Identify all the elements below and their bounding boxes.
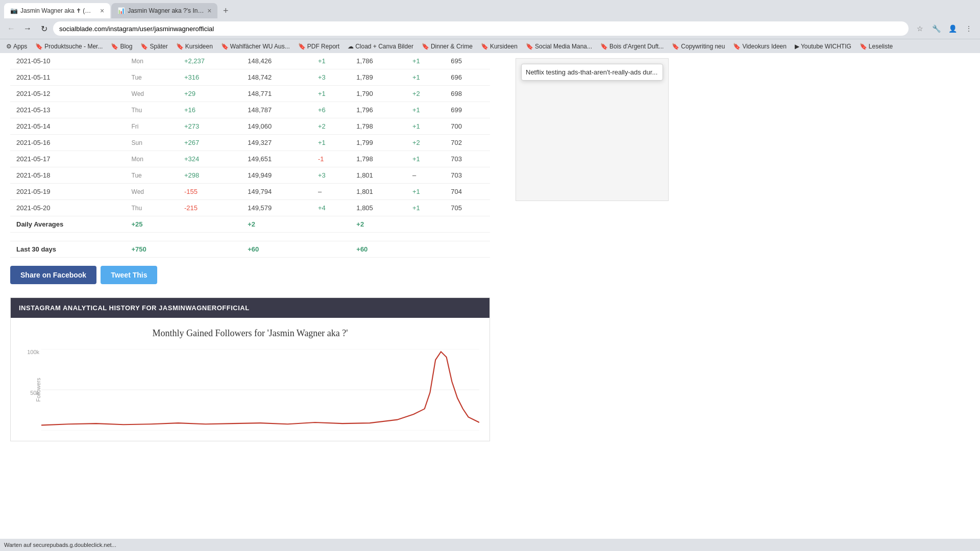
date-cell: 2021-05-12: [10, 86, 126, 102]
bookmark-star-icon[interactable]: ☆: [913, 21, 927, 36]
forward-button[interactable]: →: [20, 21, 35, 36]
tab-2[interactable]: 📊 Jasmin Wagner aka ?'s Instagra... ×: [111, 3, 217, 18]
status-text: Warten auf securepubads.g.doubleclick.ne…: [4, 542, 116, 548]
tab-close-2[interactable]: ×: [207, 7, 211, 15]
sidebar: Netflix testing ads-that-aren't-really-a…: [510, 53, 674, 551]
settings-icon[interactable]: ⋮: [962, 21, 976, 36]
bookmark-bois[interactable]: 🔖 Bois d'Argent Duft...: [598, 42, 666, 51]
total-following-cell: 1,790: [350, 86, 406, 102]
day-cell: Tue: [126, 69, 178, 86]
tab-close-1[interactable]: ×: [100, 7, 104, 15]
last-30-days-total: [178, 241, 241, 258]
total-media-cell: 696: [445, 69, 490, 86]
follower-change-cell: +316: [178, 69, 241, 86]
apps-icon: ⚙: [6, 43, 12, 50]
bookmark-canva[interactable]: ☁ Cload + Canva Bilder: [346, 42, 415, 51]
media-change-cell: +1: [406, 69, 445, 86]
bookmark-pdf-label: PDF Report: [307, 43, 339, 50]
media-change-cell: +1: [406, 200, 445, 216]
daily-averages-total-media: [406, 216, 445, 233]
total-followers-cell: 148,787: [241, 102, 312, 118]
bookmark-icon-13: 🔖: [733, 43, 741, 50]
following-change-cell: +3: [312, 167, 350, 184]
total-media-cell: 698: [445, 86, 490, 102]
chart-section: INSTAGRAM ANALYTICAL HISTORY FOR JASMINW…: [10, 297, 490, 441]
table-row: 2021-05-17Mon+324149,651-11,798+1703: [10, 151, 490, 167]
bookmark-socialmedia[interactable]: 🔖 Social Media Mana...: [524, 42, 594, 51]
bookmark-videokurs[interactable]: 🔖 Videokurs Ideen: [731, 42, 789, 51]
bookmark-videokurs-label: Videokurs Ideen: [742, 43, 787, 50]
bookmark-icon-1: 🔖: [35, 43, 43, 50]
total-following-cell: 1,798: [350, 118, 406, 135]
media-change-cell: +2: [406, 135, 445, 151]
date-cell: 2021-05-10: [10, 53, 126, 69]
reload-button[interactable]: ↻: [37, 21, 51, 36]
browser-chrome: 📷 Jasmin Wagner aka ✝ (@jasmi... × 📊 Jas…: [0, 0, 980, 53]
bookmark-kursideen2-label: Kursideen: [490, 43, 518, 50]
total-media-cell: 703: [445, 151, 490, 167]
data-table: 2021-05-10Mon+2,237148,426+11,786+169520…: [10, 53, 490, 258]
day-cell: Fri: [126, 118, 178, 135]
bookmark-spaeter[interactable]: 🔖 Später: [138, 42, 169, 51]
follower-change-cell: +273: [178, 118, 241, 135]
new-tab-button[interactable]: +: [218, 4, 233, 18]
daily-averages-row: Daily Averages +25 +2 +2: [10, 216, 490, 233]
daily-averages-label: Daily Averages: [10, 216, 126, 233]
last-30-days-label: Last 30 days: [10, 241, 126, 258]
day-cell: Thu: [126, 200, 178, 216]
extensions-icon[interactable]: 🔧: [929, 21, 943, 36]
chart-header: INSTAGRAM ANALYTICAL HISTORY FOR JASMINW…: [11, 298, 489, 318]
status-bar: Warten auf securepubads.g.doubleclick.ne…: [0, 539, 980, 551]
total-following-cell: 1,805: [350, 200, 406, 216]
follower-change-cell: -155: [178, 184, 241, 200]
bookmark-leseliste[interactable]: 🔖 Leseliste: [857, 42, 895, 51]
tab-title-1: Jasmin Wagner aka ✝ (@jasmi...: [20, 7, 97, 14]
bookmark-copywriting[interactable]: 🔖 Copywriting neu: [670, 42, 727, 51]
bookmark-wahlfacher[interactable]: 🔖 Wahlfächer WU Aus...: [219, 42, 292, 51]
main-content: 2021-05-10Mon+2,237148,426+11,786+169520…: [0, 53, 500, 551]
total-media-cell: 702: [445, 135, 490, 151]
share-facebook-button[interactable]: Share on Facebook: [10, 266, 96, 284]
bookmark-pdf[interactable]: 🔖 PDF Report: [296, 42, 341, 51]
bookmark-dinner[interactable]: 🔖 Dinner & Crime: [420, 42, 475, 51]
toolbar-icons: ☆ 🔧 👤 ⋮: [913, 21, 976, 36]
tweet-this-button[interactable]: Tweet This: [101, 266, 157, 284]
last-30-days-total-following: [312, 241, 350, 258]
media-change-cell: +1: [406, 118, 445, 135]
following-change-cell: -1: [312, 151, 350, 167]
profile-icon[interactable]: 👤: [945, 21, 960, 36]
table-row: 2021-05-13Thu+16148,787+61,796+1699: [10, 102, 490, 118]
bookmark-leseliste-label: Leseliste: [869, 43, 893, 50]
tab-1[interactable]: 📷 Jasmin Wagner aka ✝ (@jasmi... ×: [4, 3, 110, 18]
total-followers-cell: 148,771: [241, 86, 312, 102]
date-cell: 2021-05-11: [10, 69, 126, 86]
bookmark-blog[interactable]: 🔖 Blog: [109, 42, 134, 51]
total-media-cell: 703: [445, 167, 490, 184]
total-media-cell: 705: [445, 200, 490, 216]
total-followers-cell: 149,949: [241, 167, 312, 184]
media-change-cell: +2: [406, 86, 445, 102]
bookmark-kursideen2[interactable]: 🔖 Kursideen: [479, 42, 520, 51]
back-button[interactable]: ←: [4, 21, 18, 36]
chart-container: Monthly Gained Followers for 'Jasmin Wag…: [11, 318, 489, 441]
bookmark-icon-8: 🔖: [422, 43, 429, 50]
table-row: 2021-05-10Mon+2,237148,426+11,786+1695: [10, 53, 490, 69]
bookmark-kursideen[interactable]: 🔖 Kursideen: [174, 42, 215, 51]
address-input[interactable]: [53, 21, 909, 36]
tab-favicon-1: 📷: [10, 7, 17, 14]
media-change-cell: +1: [406, 102, 445, 118]
total-following-cell: 1,799: [350, 135, 406, 151]
table-row: 2021-05-20Thu-215149,579+41,805+1705: [10, 200, 490, 216]
date-cell: 2021-05-18: [10, 167, 126, 184]
table-row: 2021-05-11Tue+316148,742+31,789+1696: [10, 69, 490, 86]
bookmark-youtube[interactable]: ▶ Youtube WICHTIG: [793, 42, 853, 51]
date-cell: 2021-05-20: [10, 200, 126, 216]
bookmark-produktsuche[interactable]: 🔖 Produktsuche - Mer...: [33, 42, 105, 51]
total-media-cell: 700: [445, 118, 490, 135]
last-30-days-follower: +750: [126, 241, 178, 258]
bookmark-apps[interactable]: ⚙ Apps: [4, 42, 29, 51]
address-bar-row: ← → ↻ ☆ 🔧 👤 ⋮: [0, 18, 980, 39]
chart-section-title: INSTAGRAM ANALYTICAL HISTORY FOR JASMINW…: [19, 304, 250, 312]
media-change-cell: +1: [406, 184, 445, 200]
total-following-cell: 1,801: [350, 167, 406, 184]
